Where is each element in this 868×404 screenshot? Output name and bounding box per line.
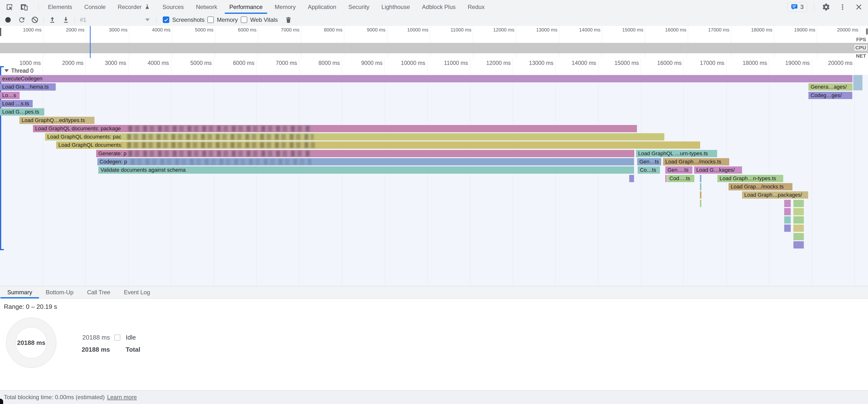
flame-tick-label: 20000 ms (811, 60, 852, 66)
flame-tick-label: 3000 ms (85, 60, 126, 66)
flame-bar-load-g-pes-ts[interactable]: Load G…pes.ts (0, 108, 44, 116)
devtools-tabs: ElementsConsoleRecorderSourcesNetworkPer… (42, 0, 491, 14)
flame-bar-codeg-ges[interactable]: Codeg…ges/ (808, 92, 852, 99)
devtools-tab-network[interactable]: Network (190, 0, 223, 14)
flame-bar-validate-documents-against-schema[interactable]: Validate documents against schema (98, 166, 634, 174)
checkbox-label[interactable]: Screenshots (172, 17, 205, 23)
inspect-element-icon[interactable] (5, 3, 13, 11)
flame-bar-generate-p[interactable]: Generate: p (96, 150, 634, 157)
panel-tab-event-log[interactable]: Event Log (117, 286, 157, 299)
record-icon[interactable] (4, 16, 11, 24)
flame-bar-segment[interactable] (784, 216, 791, 223)
flame-bar-load-graphql-documents[interactable]: Load GraphQL documents: (56, 142, 700, 149)
bar-label: Genera…ages/ (811, 84, 847, 90)
flame-bar-load-graphql-urn-types-ts[interactable]: Load GraphQL …urn-types.ts (636, 150, 717, 157)
flame-bar-segment[interactable] (794, 216, 804, 223)
overview-left-handle[interactable] (0, 28, 1, 36)
bar-label: Codeg…ges/ (811, 92, 842, 98)
flame-bar-load-graph-n-types-ts[interactable]: Load Graph…n-types.ts (717, 175, 783, 182)
flame-bar-genera-ages[interactable]: Genera…ages/ (808, 83, 852, 91)
checkbox-label[interactable]: Web Vitals (250, 17, 278, 23)
devtools-tab-application[interactable]: Application (302, 0, 342, 14)
flame-bar-lo-s[interactable]: Lo…s (0, 92, 20, 99)
profile-select[interactable]: #1 (80, 17, 87, 23)
flame-bar-load-s-ts[interactable]: Load …s.ts (0, 100, 33, 107)
flame-bar-segment[interactable] (700, 175, 702, 182)
flame-bar-cod-ts[interactable]: Cod….ts (667, 175, 694, 182)
devtools-tab-adblock-plus[interactable]: Adblock Plus (416, 0, 462, 14)
devtools-tab-performance[interactable]: Performance (223, 0, 269, 14)
timeline-overview[interactable]: 1000 ms2000 ms3000 ms4000 ms5000 ms6000 … (0, 26, 868, 58)
flame-bar-executecodegen[interactable]: executeCodegen (0, 75, 852, 82)
devtools-tab-memory[interactable]: Memory (269, 0, 302, 14)
overview-scrollbar-thumb[interactable] (866, 28, 868, 35)
flame-bar-load-graphq-ed-types-ts[interactable]: Load GraphQ…ed/types.ts (20, 117, 94, 124)
flame-bar-segment[interactable] (784, 200, 791, 207)
flame-bar-gen-ts[interactable]: Gen….ts (665, 166, 692, 174)
upload-profile-icon[interactable] (49, 16, 56, 24)
trash-icon[interactable] (285, 16, 292, 24)
learn-more-link[interactable]: Learn more (107, 394, 137, 401)
flame-bar-segment[interactable] (665, 175, 667, 182)
flame-bar-segment[interactable] (700, 183, 702, 190)
flame-bar-segment[interactable] (794, 241, 804, 249)
devtools-tab-console[interactable]: Console (78, 0, 112, 14)
flame-bar-segment[interactable] (794, 200, 804, 207)
thread-label: Thread 0 (11, 68, 33, 74)
panel-tab-call-tree[interactable]: Call Tree (80, 286, 117, 299)
checkbox-memory[interactable] (207, 17, 214, 23)
flame-bar-segment[interactable] (784, 224, 791, 232)
tab-label: Security (348, 4, 369, 10)
flame-bar-load-g-kages[interactable]: Load G…kages/ (694, 166, 742, 174)
flame-chart[interactable]: 1000 ms2000 ms3000 ms4000 ms5000 ms6000 … (0, 58, 868, 286)
devtools-tab-recorder[interactable]: Recorder (112, 0, 156, 14)
flame-bar-load-graphql-documents-package[interactable]: Load GraphQL documents: package (33, 125, 637, 132)
flame-tick-label: 1000 ms (0, 60, 41, 66)
flask-icon (144, 4, 150, 10)
flame-bar-segment[interactable] (784, 208, 791, 215)
bar-label: Load Graph…n-types.ts (719, 175, 776, 181)
chevron-down-icon[interactable] (145, 19, 150, 21)
flame-bar-segment[interactable] (700, 200, 702, 207)
legend-label: Idle (126, 334, 136, 341)
devtools-tab-lighthouse[interactable]: Lighthouse (375, 0, 416, 14)
checkbox-web-vitals[interactable] (241, 17, 247, 23)
devtools-tab-elements[interactable]: Elements (42, 0, 78, 14)
flame-bar-segment[interactable] (700, 191, 702, 198)
flame-bar-segment[interactable] (794, 224, 804, 232)
flame-bar-load-graph-mocks-ts[interactable]: Load Graph…/mocks.ts (663, 158, 729, 165)
close-icon[interactable] (855, 3, 863, 11)
gridline (602, 26, 602, 58)
kebab-menu-icon[interactable] (839, 3, 846, 11)
checkbox-screenshots[interactable] (163, 17, 169, 23)
overview-playhead[interactable] (90, 26, 91, 58)
legend-value: 20188 ms (78, 334, 110, 341)
clear-icon[interactable] (31, 16, 39, 24)
flame-bar-codegen-p[interactable]: Codegen: p (97, 158, 634, 165)
panel-tab-bottom-up[interactable]: Bottom-Up (39, 286, 81, 299)
flame-bar-segment[interactable] (853, 75, 862, 90)
checkbox-label[interactable]: Memory (217, 17, 238, 23)
flame-bar-segment[interactable] (629, 175, 634, 182)
flame-bar-segment[interactable] (794, 233, 804, 240)
flame-bar-load-gra-hema-ts[interactable]: Load Gra…hema.ts (0, 83, 56, 91)
devtools-tab-security[interactable]: Security (342, 0, 375, 14)
flame-bar-gen-ts[interactable]: Gen…ts (637, 158, 661, 165)
collapse-triangle-icon[interactable] (4, 69, 9, 72)
panel-tab-label: Call Tree (87, 289, 110, 296)
flame-bar-segment[interactable] (794, 208, 804, 215)
devtools-tab-sources[interactable]: Sources (156, 0, 190, 14)
thread-track-header[interactable]: Thread 0 (0, 67, 33, 74)
flame-tick-label: 12000 ms (470, 60, 511, 66)
flame-bar-co-ts[interactable]: Co…ts (638, 166, 660, 174)
flame-bar-load-grap-mocks-ts[interactable]: Load Grap…/mocks.ts (728, 183, 793, 190)
panel-tab-summary[interactable]: Summary (0, 286, 39, 299)
flame-bar-load-graphql-documents-pac[interactable]: Load GraphQL documents: pac (45, 133, 664, 141)
settings-gear-icon[interactable] (822, 3, 830, 11)
flame-bar-load-graph-packages[interactable]: Load Graph…packages/ (742, 191, 808, 198)
devtools-tab-redux[interactable]: Redux (462, 0, 490, 14)
download-profile-icon[interactable] (62, 16, 70, 24)
reload-icon[interactable] (18, 16, 26, 24)
toggle-device-toolbar-icon[interactable] (20, 3, 29, 11)
issues-button[interactable]: 3 (787, 2, 807, 12)
